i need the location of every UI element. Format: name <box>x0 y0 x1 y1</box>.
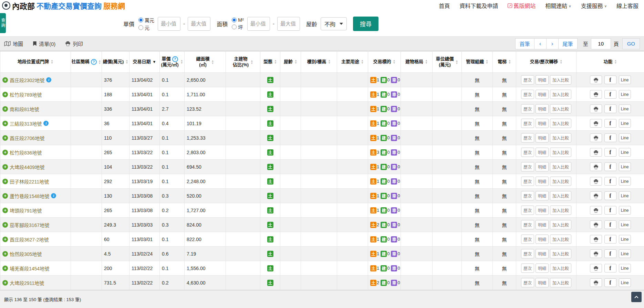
location-link[interactable]: 酋庄段3627-2地號 <box>10 236 49 243</box>
unit-price-min-input[interactable] <box>158 17 180 31</box>
sort-icon[interactable]: ▲▼ <box>180 59 183 64</box>
line-share-button[interactable]: Line <box>619 162 631 171</box>
page-number-input[interactable] <box>591 38 611 49</box>
help-icon[interactable]: ? <box>172 56 178 62</box>
facebook-share-button[interactable]: f <box>604 148 616 157</box>
detail-button[interactable]: 明細 <box>536 220 549 229</box>
unit-price-option-wan[interactable]: 萬元 <box>138 17 154 23</box>
prev-page-button[interactable]: ‹ <box>534 38 547 49</box>
location-link[interactable]: 酋庄段2302地號 <box>10 77 44 83</box>
add-compare-button[interactable]: 加入比較 <box>550 177 571 186</box>
detail-button[interactable]: 明細 <box>536 264 549 273</box>
nav-item[interactable]: ↗舊版網站 <box>508 1 536 10</box>
info-icon[interactable]: i <box>46 77 51 82</box>
line-share-button[interactable]: Line <box>619 264 631 272</box>
nav-item[interactable]: 首頁 <box>439 1 450 10</box>
expand-row-icon[interactable]: + <box>2 266 8 271</box>
detail-button[interactable]: 明細 <box>536 162 549 171</box>
add-compare-button[interactable]: 加入比較 <box>550 264 571 273</box>
expand-row-icon[interactable]: + <box>2 251 8 257</box>
location-link[interactable]: 大埤段4409地號 <box>10 163 44 170</box>
detail-button[interactable]: 明細 <box>536 104 549 113</box>
print-row-button[interactable] <box>590 278 602 287</box>
facebook-share-button[interactable]: f <box>604 264 616 272</box>
nav-item[interactable]: 支援服務∨ <box>581 1 607 10</box>
detail-button[interactable]: 明細 <box>536 119 549 128</box>
print-row-button[interactable] <box>590 90 602 99</box>
detail-button[interactable]: 明細 <box>536 90 549 99</box>
facebook-share-button[interactable]: f <box>604 133 616 142</box>
detail-button[interactable]: 明細 <box>536 249 549 258</box>
add-compare-button[interactable]: 加入比較 <box>550 133 571 142</box>
history-button[interactable]: 歷次 <box>521 133 534 142</box>
last-page-button[interactable]: 尾筆 <box>558 38 578 49</box>
area-max-input[interactable] <box>277 17 300 31</box>
location-link[interactable]: 埔羌崙段1454地號 <box>10 265 49 272</box>
history-button[interactable]: 歷次 <box>521 119 534 128</box>
sort-icon[interactable]: ▲▼ <box>125 59 128 64</box>
sort-desc-icon[interactable]: ▼ <box>153 60 156 64</box>
expand-row-icon[interactable]: + <box>2 193 8 199</box>
add-compare-button[interactable]: 加入比較 <box>550 75 571 85</box>
detail-button[interactable]: 明細 <box>536 133 549 142</box>
line-share-button[interactable]: Line <box>619 235 631 244</box>
sort-icon[interactable]: ▲▼ <box>425 59 428 64</box>
print-page-button[interactable]: 列印 <box>65 40 83 47</box>
sort-icon[interactable]: ▲▼ <box>456 60 458 64</box>
location-link[interactable]: 埤頭段791地號 <box>10 207 42 214</box>
line-share-button[interactable]: Line <box>619 90 631 99</box>
location-link[interactable]: 蘆竹巷段1548地號 <box>10 192 49 199</box>
history-button[interactable]: 歷次 <box>521 148 534 157</box>
facebook-share-button[interactable]: f <box>604 90 616 99</box>
add-compare-button[interactable]: 加入比較 <box>550 191 571 200</box>
next-page-button[interactable]: › <box>546 38 559 49</box>
location-link[interactable]: 南和段81地號 <box>10 106 39 112</box>
line-share-button[interactable]: Line <box>619 249 631 258</box>
sort-icon[interactable]: ▲▼ <box>328 59 331 64</box>
line-share-button[interactable]: Line <box>619 119 631 128</box>
sort-icon[interactable]: ▲▼ <box>508 59 511 64</box>
location-link[interactable]: 大埤段2911地號 <box>10 279 44 286</box>
list-view-button[interactable]: 清單(0) <box>33 40 55 47</box>
filter-side-tab[interactable]: 查詢 <box>0 13 6 33</box>
map-view-button[interactable]: 地圖 <box>4 40 23 47</box>
sort-icon[interactable]: ▲▼ <box>294 59 297 64</box>
detail-button[interactable]: 明細 <box>536 75 549 85</box>
print-row-button[interactable] <box>590 206 602 215</box>
sort-icon[interactable]: ▲▼ <box>361 59 364 64</box>
detail-button[interactable]: 明細 <box>536 148 549 157</box>
info-icon[interactable]: i <box>43 121 49 126</box>
nav-item[interactable]: 相關連結∨ <box>545 1 571 10</box>
location-link[interactable]: 田子林段2211地號 <box>10 178 49 185</box>
sort-icon[interactable]: ▲▼ <box>274 59 277 64</box>
print-row-button[interactable] <box>590 264 602 272</box>
area-min-input[interactable] <box>247 17 270 31</box>
add-compare-button[interactable]: 加入比較 <box>550 220 571 229</box>
area-option-m2[interactable]: M² <box>232 17 243 23</box>
add-compare-button[interactable]: 加入比較 <box>550 206 571 215</box>
expand-row-icon[interactable]: + <box>2 237 8 242</box>
history-button[interactable]: 歷次 <box>521 90 534 99</box>
facebook-share-button[interactable]: f <box>604 119 616 128</box>
print-row-button[interactable] <box>590 191 602 200</box>
print-row-button[interactable] <box>590 119 602 128</box>
expand-row-icon[interactable]: + <box>2 280 8 286</box>
facebook-share-button[interactable]: f <box>604 191 616 200</box>
sort-icon[interactable]: ▲▼ <box>486 59 488 64</box>
history-button[interactable]: 歷次 <box>521 235 534 244</box>
expand-row-icon[interactable]: + <box>2 135 8 141</box>
nav-item[interactable]: 線上客服 <box>616 1 638 10</box>
age-select[interactable]: 不拘 <box>321 17 347 30</box>
history-button[interactable]: 歷次 <box>521 191 534 200</box>
add-compare-button[interactable]: 加入比較 <box>550 235 571 244</box>
detail-button[interactable]: 明細 <box>536 278 549 287</box>
facebook-share-button[interactable]: f <box>604 206 616 215</box>
print-row-button[interactable] <box>590 76 602 84</box>
expand-row-icon[interactable]: + <box>2 121 8 126</box>
location-link[interactable]: 茄苳腳段3167地號 <box>10 221 49 228</box>
facebook-share-button[interactable]: f <box>604 76 616 84</box>
sort-icon[interactable]: ▲▼ <box>211 60 214 64</box>
print-row-button[interactable] <box>590 105 602 113</box>
facebook-share-button[interactable]: f <box>604 249 616 258</box>
facebook-share-button[interactable]: f <box>604 235 616 244</box>
